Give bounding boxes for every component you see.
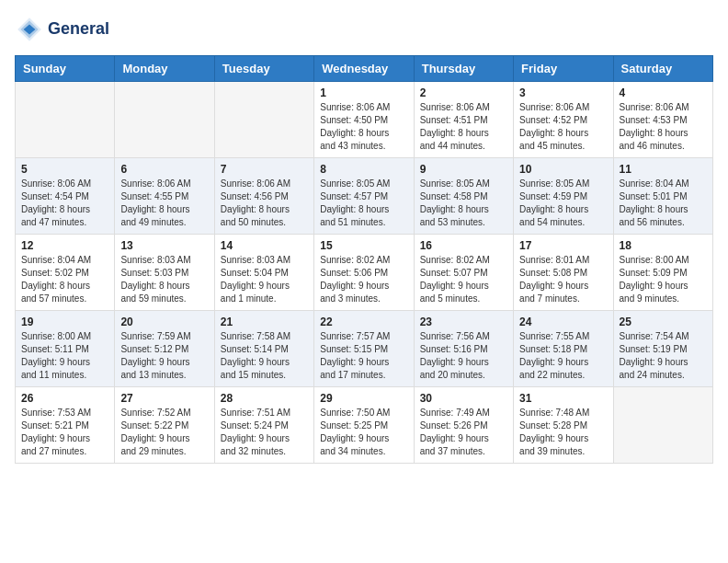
- calendar-day-16: 16Sunrise: 8:02 AM Sunset: 5:07 PM Dayli…: [414, 235, 513, 311]
- day-number: 21: [221, 316, 308, 328]
- day-number: 22: [320, 316, 407, 328]
- day-number: 23: [420, 316, 507, 328]
- day-header-tuesday: Tuesday: [214, 56, 313, 82]
- day-header-saturday: Saturday: [613, 56, 712, 82]
- calendar-day-7: 7Sunrise: 8:06 AM Sunset: 4:56 PM Daylig…: [214, 158, 313, 235]
- day-info: Sunrise: 8:06 AM Sunset: 4:52 PM Dayligh…: [519, 101, 607, 153]
- day-header-wednesday: Wednesday: [314, 56, 414, 82]
- day-info: Sunrise: 8:00 AM Sunset: 5:11 PM Dayligh…: [21, 330, 108, 382]
- logo: General: [15, 15, 109, 44]
- day-info: Sunrise: 7:57 AM Sunset: 5:15 PM Dayligh…: [320, 330, 407, 382]
- day-number: 8: [320, 163, 407, 176]
- calendar-day-28: 28Sunrise: 7:51 AM Sunset: 5:24 PM Dayli…: [214, 387, 313, 464]
- day-number: 30: [420, 392, 507, 405]
- day-info: Sunrise: 8:03 AM Sunset: 5:03 PM Dayligh…: [120, 254, 208, 305]
- calendar-day-23: 23Sunrise: 7:56 AM Sunset: 5:16 PM Dayli…: [414, 311, 513, 387]
- calendar-week-row: 12Sunrise: 8:04 AM Sunset: 5:02 PM Dayli…: [16, 235, 713, 311]
- day-info: Sunrise: 8:06 AM Sunset: 4:51 PM Dayligh…: [420, 101, 507, 153]
- empty-day: [214, 82, 313, 158]
- calendar-week-row: 19Sunrise: 8:00 AM Sunset: 5:11 PM Dayli…: [16, 311, 713, 387]
- day-number: 4: [620, 86, 707, 99]
- day-number: 3: [519, 86, 607, 99]
- day-info: Sunrise: 8:05 AM Sunset: 4:58 PM Dayligh…: [420, 178, 507, 229]
- calendar-day-4: 4Sunrise: 8:06 AM Sunset: 4:53 PM Daylig…: [613, 82, 712, 158]
- day-number: 10: [519, 163, 607, 176]
- calendar-day-6: 6Sunrise: 8:06 AM Sunset: 4:55 PM Daylig…: [115, 158, 214, 235]
- day-number: 20: [120, 316, 208, 328]
- day-info: Sunrise: 8:05 AM Sunset: 4:57 PM Dayligh…: [320, 178, 407, 229]
- day-number: 25: [620, 316, 707, 328]
- calendar-day-11: 11Sunrise: 8:04 AM Sunset: 5:01 PM Dayli…: [613, 158, 712, 235]
- day-info: Sunrise: 7:48 AM Sunset: 5:28 PM Dayligh…: [519, 407, 607, 458]
- day-number: 14: [221, 239, 308, 252]
- day-info: Sunrise: 7:55 AM Sunset: 5:18 PM Dayligh…: [519, 330, 607, 382]
- day-number: 28: [221, 392, 308, 405]
- empty-day: [115, 82, 214, 158]
- calendar-day-29: 29Sunrise: 7:50 AM Sunset: 5:25 PM Dayli…: [314, 387, 414, 464]
- day-info: Sunrise: 8:03 AM Sunset: 5:04 PM Dayligh…: [221, 254, 308, 305]
- day-number: 29: [320, 392, 407, 405]
- day-header-sunday: Sunday: [16, 56, 115, 82]
- day-info: Sunrise: 7:54 AM Sunset: 5:19 PM Dayligh…: [620, 330, 707, 382]
- day-info: Sunrise: 8:06 AM Sunset: 4:56 PM Dayligh…: [221, 178, 308, 229]
- calendar-day-27: 27Sunrise: 7:52 AM Sunset: 5:22 PM Dayli…: [115, 387, 214, 464]
- day-info: Sunrise: 8:00 AM Sunset: 5:09 PM Dayligh…: [620, 254, 707, 305]
- empty-day: [613, 387, 712, 464]
- calendar-week-row: 26Sunrise: 7:53 AM Sunset: 5:21 PM Dayli…: [16, 387, 713, 464]
- day-info: Sunrise: 8:04 AM Sunset: 5:02 PM Dayligh…: [21, 254, 108, 305]
- day-info: Sunrise: 7:49 AM Sunset: 5:26 PM Dayligh…: [420, 407, 507, 458]
- calendar-day-3: 3Sunrise: 8:06 AM Sunset: 4:52 PM Daylig…: [514, 82, 613, 158]
- calendar-day-5: 5Sunrise: 8:06 AM Sunset: 4:54 PM Daylig…: [16, 158, 115, 235]
- calendar-day-24: 24Sunrise: 7:55 AM Sunset: 5:18 PM Dayli…: [514, 311, 613, 387]
- day-number: 11: [620, 163, 707, 176]
- calendar-day-12: 12Sunrise: 8:04 AM Sunset: 5:02 PM Dayli…: [16, 235, 115, 311]
- day-info: Sunrise: 8:06 AM Sunset: 4:54 PM Dayligh…: [21, 178, 108, 229]
- day-header-thursday: Thursday: [414, 56, 513, 82]
- calendar-week-row: 5Sunrise: 8:06 AM Sunset: 4:54 PM Daylig…: [16, 158, 713, 235]
- calendar-day-10: 10Sunrise: 8:05 AM Sunset: 4:59 PM Dayli…: [514, 158, 613, 235]
- calendar-week-row: 1Sunrise: 8:06 AM Sunset: 4:50 PM Daylig…: [16, 82, 713, 158]
- day-info: Sunrise: 8:06 AM Sunset: 4:50 PM Dayligh…: [320, 101, 407, 153]
- logo-text: General: [48, 20, 109, 39]
- day-info: Sunrise: 8:06 AM Sunset: 4:53 PM Dayligh…: [620, 101, 707, 153]
- calendar-day-22: 22Sunrise: 7:57 AM Sunset: 5:15 PM Dayli…: [314, 311, 414, 387]
- day-info: Sunrise: 7:58 AM Sunset: 5:14 PM Dayligh…: [221, 330, 308, 382]
- day-info: Sunrise: 8:02 AM Sunset: 5:06 PM Dayligh…: [320, 254, 407, 305]
- day-number: 9: [420, 163, 507, 176]
- page-header: General: [15, 15, 713, 44]
- calendar-day-30: 30Sunrise: 7:49 AM Sunset: 5:26 PM Dayli…: [414, 387, 513, 464]
- day-number: 7: [221, 163, 308, 176]
- day-number: 5: [21, 163, 108, 176]
- day-number: 2: [420, 86, 507, 99]
- day-number: 1: [320, 86, 407, 99]
- day-number: 15: [320, 239, 407, 252]
- calendar-day-2: 2Sunrise: 8:06 AM Sunset: 4:51 PM Daylig…: [414, 82, 513, 158]
- day-info: Sunrise: 8:04 AM Sunset: 5:01 PM Dayligh…: [620, 178, 707, 229]
- day-number: 18: [620, 239, 707, 252]
- calendar-day-25: 25Sunrise: 7:54 AM Sunset: 5:19 PM Dayli…: [613, 311, 712, 387]
- logo-icon: [15, 15, 44, 44]
- calendar-day-14: 14Sunrise: 8:03 AM Sunset: 5:04 PM Dayli…: [214, 235, 313, 311]
- day-number: 26: [21, 392, 108, 405]
- day-number: 16: [420, 239, 507, 252]
- day-header-monday: Monday: [115, 56, 214, 82]
- day-info: Sunrise: 8:06 AM Sunset: 4:55 PM Dayligh…: [120, 178, 208, 229]
- day-info: Sunrise: 7:52 AM Sunset: 5:22 PM Dayligh…: [120, 407, 208, 458]
- calendar-header-row: SundayMondayTuesdayWednesdayThursdayFrid…: [16, 56, 713, 82]
- calendar-day-20: 20Sunrise: 7:59 AM Sunset: 5:12 PM Dayli…: [115, 311, 214, 387]
- calendar-day-17: 17Sunrise: 8:01 AM Sunset: 5:08 PM Dayli…: [514, 235, 613, 311]
- day-number: 31: [519, 392, 607, 405]
- empty-day: [16, 82, 115, 158]
- day-info: Sunrise: 7:51 AM Sunset: 5:24 PM Dayligh…: [221, 407, 308, 458]
- calendar-day-8: 8Sunrise: 8:05 AM Sunset: 4:57 PM Daylig…: [314, 158, 414, 235]
- calendar-day-9: 9Sunrise: 8:05 AM Sunset: 4:58 PM Daylig…: [414, 158, 513, 235]
- day-number: 19: [21, 316, 108, 328]
- calendar-day-31: 31Sunrise: 7:48 AM Sunset: 5:28 PM Dayli…: [514, 387, 613, 464]
- day-number: 24: [519, 316, 607, 328]
- day-number: 17: [519, 239, 607, 252]
- calendar-day-18: 18Sunrise: 8:00 AM Sunset: 5:09 PM Dayli…: [613, 235, 712, 311]
- day-info: Sunrise: 8:02 AM Sunset: 5:07 PM Dayligh…: [420, 254, 507, 305]
- calendar-day-26: 26Sunrise: 7:53 AM Sunset: 5:21 PM Dayli…: [16, 387, 115, 464]
- calendar-day-19: 19Sunrise: 8:00 AM Sunset: 5:11 PM Dayli…: [16, 311, 115, 387]
- day-info: Sunrise: 8:05 AM Sunset: 4:59 PM Dayligh…: [519, 178, 607, 229]
